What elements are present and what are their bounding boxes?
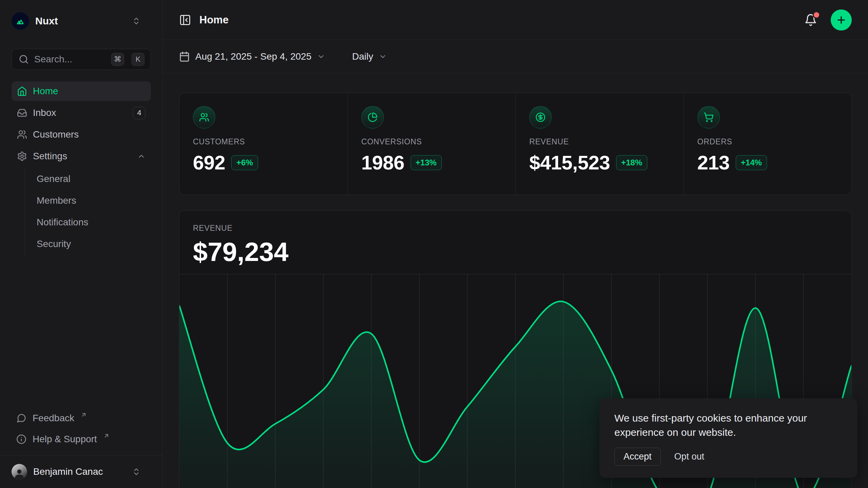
cookie-actions: Accept Opt out bbox=[614, 448, 843, 466]
stat-delta-badge: +6% bbox=[231, 155, 258, 170]
user-name: Benjamin Canac bbox=[33, 466, 103, 477]
collapse-sidebar-button[interactable] bbox=[174, 9, 196, 31]
stat-value: 1986 bbox=[361, 151, 405, 174]
stat-delta-badge: +18% bbox=[616, 155, 647, 170]
app-root: Nuxt ⌘ K Home Inbo bbox=[0, 0, 868, 488]
workspace-switcher[interactable]: Nuxt bbox=[12, 12, 151, 30]
sidebar-item-inbox[interactable]: Inbox 4 bbox=[12, 103, 151, 123]
stat-label: ORDERS bbox=[697, 137, 838, 146]
sidebar-subitem-general[interactable]: General bbox=[25, 168, 151, 190]
pie-chart-icon bbox=[361, 106, 384, 128]
revenue-chart-value: $79,234 bbox=[193, 237, 838, 266]
stats-row: CUSTOMERS 692 +6% CONVERSIONS 1986 +13% bbox=[179, 93, 852, 195]
sidebar-item-label: Inbox bbox=[33, 107, 56, 118]
sidebar-subitem-notifications[interactable]: Notifications bbox=[25, 211, 151, 233]
home-icon bbox=[17, 86, 27, 96]
sidebar-item-label: Customers bbox=[33, 129, 79, 140]
search-input[interactable] bbox=[34, 54, 106, 65]
cookie-accept-button[interactable]: Accept bbox=[614, 448, 661, 466]
settings-subnav: General Members Notifications Security bbox=[25, 168, 151, 255]
search-icon bbox=[19, 54, 29, 64]
stat-revenue: REVENUE $415,523 +18% bbox=[515, 93, 684, 195]
sidebar-item-help-support[interactable]: Help & Support bbox=[12, 429, 151, 450]
sidebar-item-label: Home bbox=[33, 86, 58, 97]
date-range-label: Aug 21, 2025 - Sep 4, 2025 bbox=[195, 51, 312, 62]
stat-label: CUSTOMERS bbox=[193, 137, 334, 146]
revenue-chart-label: REVENUE bbox=[193, 224, 838, 232]
stat-conversions: CONVERSIONS 1986 +13% bbox=[348, 93, 516, 195]
info-circle-icon bbox=[16, 434, 26, 444]
revenue-chart-header: REVENUE $79,234 bbox=[179, 211, 851, 266]
message-bubble-icon bbox=[16, 413, 26, 423]
external-link-icon bbox=[80, 411, 87, 418]
users-icon bbox=[17, 129, 27, 140]
stat-orders: ORDERS 213 +14% bbox=[684, 93, 852, 195]
kbd-command: ⌘ bbox=[111, 53, 124, 66]
sidebar-item-customers[interactable]: Customers bbox=[12, 125, 151, 144]
users-icon bbox=[193, 106, 215, 128]
chevron-down-icon bbox=[317, 53, 325, 61]
granularity-select[interactable]: Daily bbox=[348, 51, 392, 62]
stat-label: REVENUE bbox=[529, 137, 670, 146]
sidebar-subitem-security[interactable]: Security bbox=[25, 233, 151, 255]
date-range-picker[interactable]: Aug 21, 2025 - Sep 4, 2025 bbox=[174, 51, 330, 62]
calendar-icon bbox=[179, 51, 190, 62]
sidebar-item-label: Help & Support bbox=[33, 434, 97, 445]
plus-icon bbox=[836, 15, 847, 25]
sidebar-footer-nav: Feedback Help & Support bbox=[12, 408, 151, 450]
workspace-name: Nuxt bbox=[35, 15, 58, 27]
kbd-k: K bbox=[132, 53, 144, 66]
chevrons-up-down-icon bbox=[132, 467, 141, 476]
notification-dot bbox=[814, 12, 819, 18]
sidebar-item-home[interactable]: Home bbox=[12, 81, 151, 101]
external-link-icon bbox=[103, 432, 110, 439]
granularity-label: Daily bbox=[352, 51, 373, 62]
user-menu[interactable]: Benjamin Canac bbox=[0, 455, 162, 488]
sidebar-item-label: Feedback bbox=[33, 413, 74, 424]
chevrons-up-down-icon bbox=[132, 17, 141, 25]
nuxt-logo-icon bbox=[12, 12, 29, 30]
inbox-icon bbox=[17, 108, 27, 118]
shopping-cart-icon bbox=[697, 106, 720, 128]
notifications-button[interactable] bbox=[802, 12, 819, 28]
chevron-up-icon bbox=[137, 152, 145, 160]
inbox-count-badge: 4 bbox=[133, 107, 145, 119]
stat-delta-badge: +13% bbox=[411, 155, 442, 170]
stat-value: $415,523 bbox=[529, 151, 610, 174]
gear-icon bbox=[17, 151, 27, 161]
stat-delta-badge: +14% bbox=[736, 155, 767, 170]
sidebar-item-label: Settings bbox=[33, 151, 67, 162]
page-title: Home bbox=[199, 14, 229, 26]
cookie-message: We use first-party cookies to enhance yo… bbox=[614, 411, 828, 440]
header-actions bbox=[802, 9, 852, 30]
search-box[interactable]: ⌘ K bbox=[12, 49, 151, 70]
cookie-banner: We use first-party cookies to enhance yo… bbox=[599, 398, 857, 478]
sidebar-subitem-members[interactable]: Members bbox=[25, 190, 151, 211]
chevron-down-icon bbox=[379, 53, 387, 61]
user-avatar bbox=[12, 464, 27, 480]
sidebar-nav: Home Inbox 4 Customers Settings bbox=[12, 81, 151, 255]
circle-dollar-icon bbox=[529, 106, 552, 128]
sidebar: Nuxt ⌘ K Home Inbo bbox=[0, 0, 163, 488]
stat-label: CONVERSIONS bbox=[361, 137, 502, 146]
panel-left-close-icon bbox=[179, 14, 191, 26]
top-header: Home bbox=[163, 0, 868, 40]
stat-value: 213 bbox=[697, 151, 730, 174]
sidebar-item-feedback[interactable]: Feedback bbox=[12, 408, 151, 429]
stat-customers: CUSTOMERS 692 +6% bbox=[179, 93, 348, 195]
add-button[interactable] bbox=[831, 9, 852, 30]
stat-value: 692 bbox=[193, 151, 225, 174]
filters-toolbar: Aug 21, 2025 - Sep 4, 2025 Daily bbox=[163, 40, 868, 73]
cookie-optout-button[interactable]: Opt out bbox=[674, 451, 705, 462]
sidebar-item-settings[interactable]: Settings bbox=[12, 146, 151, 166]
